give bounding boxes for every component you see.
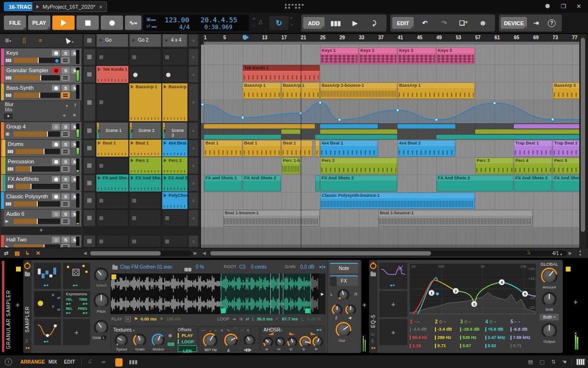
eq-band-2-freq[interactable]: 289 Hz <box>435 335 459 340</box>
filter-type-row[interactable]: —⌄⌐∧∿⌒⌵∨ <box>201 327 249 333</box>
close-button[interactable]: ✕ <box>576 3 581 10</box>
eq-band-1-selector[interactable]: 1⌐▾ <box>410 318 419 325</box>
stop-clip-button[interactable] <box>83 192 95 209</box>
punch-out-icon[interactable]: ⚐ <box>252 24 256 29</box>
arranger-clip-keys-1[interactable]: Keys 1 <box>320 48 358 64</box>
clip-slot-empty[interactable] <box>96 192 128 209</box>
fade-out-icon[interactable]: ◝ <box>291 23 293 28</box>
filter-freq-value[interactable]: 807 Hz <box>200 348 221 352</box>
browser-panel-icon[interactable]: ▤ <box>528 359 533 365</box>
launcher-clip-polychords[interactable]: PolyChords <box>162 192 187 209</box>
eq-mode-dropdown[interactable]: Both▾ <box>540 314 559 320</box>
fx-chain-button[interactable]: FX <box>330 275 358 286</box>
launcher-clip-beat-1[interactable]: Beat 1 <box>96 140 128 157</box>
track-header-bass-synth[interactable]: Bass-SynthSM▮▮▮ <box>1 83 81 100</box>
groove-icon[interactable]: ▣▬ <box>146 17 155 22</box>
clip-play-icon[interactable] <box>131 141 134 145</box>
select-knob[interactable] <box>94 268 108 282</box>
clip-slot-empty[interactable] <box>96 209 128 226</box>
launcher-scroll-thumb[interactable] <box>90 251 161 256</box>
tune-value[interactable]: 0 cents <box>251 264 266 270</box>
clip-play-icon[interactable] <box>131 85 134 89</box>
eq-band-2-q[interactable]: 0.71 <box>435 343 459 348</box>
swap-icon[interactable]: ⇄ ▬ <box>146 24 156 29</box>
loop-button[interactable]: ↻ <box>269 16 289 30</box>
arranger-clip-fx-and-shots[interactable]: FX And Shots <box>553 175 579 192</box>
solo-button[interactable]: S <box>62 67 70 74</box>
eq-amount-knob[interactable] <box>541 268 557 284</box>
track-menu-button[interactable] <box>61 92 70 98</box>
edit-view-button[interactable]: EDIT <box>64 359 75 365</box>
stop-clip-button[interactable] <box>83 140 95 157</box>
eq-band-5-q[interactable]: 0.71 <box>511 343 535 348</box>
scene-header-go[interactable]: Go <box>96 34 128 47</box>
sustain-knob[interactable] <box>299 336 311 348</box>
file-menu-button[interactable]: FILE <box>4 16 26 30</box>
loop-off-icon[interactable]: ➔ <box>232 317 236 321</box>
scene-play-icon[interactable] <box>99 38 102 42</box>
fade-in-icon[interactable]: ◜ <box>291 16 293 21</box>
solo-button[interactable]: S <box>62 141 70 147</box>
solo-button[interactable]: S <box>62 159 70 165</box>
attack-slope-icon[interactable] <box>268 332 274 335</box>
pitch-knob[interactable] <box>93 293 109 308</box>
clip-color-icon[interactable]: ▤ <box>15 250 19 256</box>
device-grid-icon[interactable]: ⣿ <box>371 339 373 343</box>
stop-button[interactable] <box>77 16 99 30</box>
stop-clip-button[interactable] <box>83 175 95 192</box>
track-menu-button[interactable] <box>61 75 70 81</box>
launcher-clip-4x4-beat-1[interactable]: 4x4 Beat 1 <box>162 140 187 157</box>
follow-icon[interactable]: ↳ <box>25 250 30 256</box>
track-launcher-options[interactable]: ≡ <box>188 122 199 139</box>
eq-band-3-q[interactable]: 5.67 <box>460 343 484 348</box>
mod-route-icon[interactable]: ●➔ <box>44 283 48 288</box>
stereo-mode-icon[interactable]: ▸|◂ <box>320 264 325 269</box>
keytrack-toggle-icon[interactable] <box>167 342 175 347</box>
clip-slot-empty[interactable] <box>162 235 187 247</box>
arranger-scrollbar[interactable] <box>209 251 567 256</box>
track-header-percussion[interactable]: PercussionSM▮▮▮ <box>1 157 81 174</box>
clip-slot-empty[interactable] <box>129 48 161 65</box>
record-arm-button[interactable] <box>52 159 60 165</box>
redo-icon[interactable]: ↷ <box>435 17 453 29</box>
keytrack-amount[interactable]: 0 % <box>196 264 204 270</box>
time-display[interactable]: 0:38.969 <box>204 24 232 31</box>
band-type-icon[interactable]: ⌐ <box>414 319 417 324</box>
mod-route-icon[interactable]: ●➔ <box>390 283 395 288</box>
tempo-display[interactable]: 123.00 <box>165 16 189 24</box>
loop-region[interactable] <box>221 273 311 314</box>
automation-param-selector[interactable]: BlurMix <box>5 102 14 112</box>
arranger-clip-fx-and-shots-1[interactable]: FX and Shots 1 <box>204 175 242 192</box>
launcher-clip-bassarp-2[interactable]: BassArp 2 <box>162 83 187 121</box>
track-menu-button[interactable] <box>61 201 70 207</box>
arranger-clip-perc-3[interactable]: Perc 3 <box>475 158 513 174</box>
add-modulator-tile[interactable]: + <box>379 319 407 345</box>
eq-band-5-selector[interactable]: 5⌐▾ <box>511 318 520 325</box>
release-knob[interactable] <box>312 336 323 347</box>
filter-keytrack-knob[interactable] <box>244 335 255 346</box>
launcher-clip-bassarp-1[interactable]: BassArp 1 <box>129 83 161 121</box>
remove-automation-icon[interactable]: ✕ <box>73 112 77 118</box>
jump-icon[interactable]: ⤸ <box>365 17 384 29</box>
link-toggle-icon[interactable]: ∞ <box>102 359 106 365</box>
solo-button[interactable]: S <box>62 176 70 182</box>
stop-clip-button[interactable] <box>83 209 95 226</box>
metronome-icon[interactable]: Δ <box>259 19 263 26</box>
clip-play-icon[interactable] <box>164 176 167 180</box>
track-launcher-options[interactable]: ≡ <box>188 48 199 65</box>
eq-band-5-freq[interactable]: 7.59 kHz <box>511 335 535 340</box>
clip-play-icon[interactable] <box>164 193 167 197</box>
decay-slope-icon[interactable] <box>289 332 295 335</box>
arranger-clip-fx-and-shots-2[interactable]: FX And Shots 2 <box>243 175 281 192</box>
eq-band-2-gain[interactable]: -3.4 dB <box>435 327 459 332</box>
play-start-marker[interactable] <box>245 34 249 40</box>
arranger-clip-beat-1[interactable]: Beat 1 <box>243 140 281 157</box>
play-start-marker[interactable] <box>111 274 116 279</box>
add-automation-icon[interactable]: + <box>63 112 66 118</box>
track-header-fx-andshots[interactable]: FX AndShotsSM▮▮▮ <box>1 175 81 192</box>
band-type-icon[interactable]: ⌐ <box>515 319 517 324</box>
scene-cell-scene-2[interactable]: Scene 2 <box>129 122 161 139</box>
eq-band-2-selector[interactable]: 2◇▾ <box>435 318 446 325</box>
solo-button[interactable]: S <box>62 211 70 217</box>
arranger-clip-bassarp-1[interactable]: BassArp 1 <box>398 82 475 99</box>
